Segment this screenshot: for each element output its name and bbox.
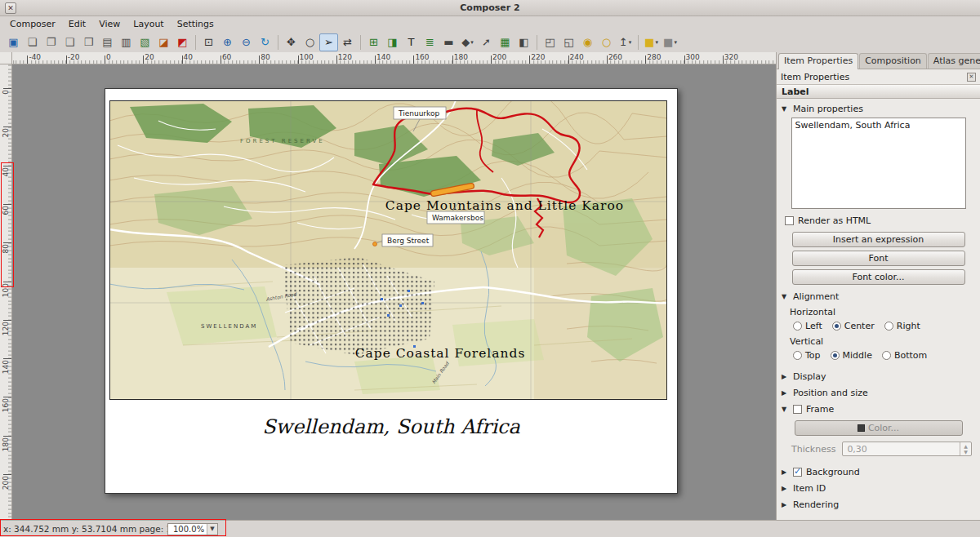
- menu-composer[interactable]: Composer: [3, 17, 62, 31]
- menu-edit[interactable]: Edit: [62, 17, 92, 31]
- add-image-button[interactable]: ◨: [383, 33, 402, 51]
- composer-canvas[interactable]: FOREST RESERVE SWELLENDAM Ashton Road Ma…: [12, 64, 776, 520]
- print-button[interactable]: ▥: [117, 33, 136, 51]
- zoom-full-button[interactable]: ⊡: [199, 33, 218, 51]
- ruler-number: 140: [376, 53, 390, 61]
- add-map-icon: ⊞: [369, 34, 378, 51]
- render-as-html-checkbox[interactable]: Render as HTML: [777, 212, 980, 229]
- add-shape-button[interactable]: ◆▾: [458, 33, 477, 51]
- section-rendering[interactable]: ▶ Rendering: [777, 496, 980, 513]
- zoom-tool-button[interactable]: ○: [301, 33, 319, 51]
- frame-color-button[interactable]: Color...: [795, 420, 963, 436]
- vertical-label: Vertical: [777, 334, 980, 348]
- ruler-corner: [0, 52, 12, 64]
- vertical-ruler: 020406080100120140160180200: [0, 64, 12, 520]
- zoom-level-combo[interactable]: 100.0% ▼: [167, 523, 218, 535]
- tab-composition[interactable]: Composition: [859, 53, 927, 69]
- refresh-view-button[interactable]: ↻: [256, 33, 274, 51]
- composer-manager-button[interactable]: ❑: [60, 33, 79, 51]
- map-item[interactable]: FOREST RESERVE SWELLENDAM Ashton Road Ma…: [109, 100, 667, 400]
- composition-page[interactable]: FOREST RESERVE SWELLENDAM Ashton Road Ma…: [105, 88, 678, 494]
- section-frame[interactable]: ▼ Frame: [777, 401, 980, 417]
- add-shape-icon: ◆: [461, 34, 470, 51]
- lock-items-button[interactable]: ◉: [578, 33, 597, 51]
- ruler-number: 80: [2, 244, 10, 253]
- radio-align-bottom[interactable]: Bottom: [882, 350, 927, 361]
- section-display[interactable]: ▶ Display: [777, 368, 980, 384]
- frame-checkbox-icon[interactable]: [793, 405, 802, 414]
- vertical-alignment-group: Top Middle Bottom: [777, 348, 980, 363]
- radio-align-right[interactable]: Right: [884, 321, 920, 331]
- label-text-input[interactable]: Swellendam, South Africa: [791, 118, 966, 209]
- save-as-template-button[interactable]: ▤: [98, 33, 117, 51]
- panel-close-icon[interactable]: ✕: [967, 73, 976, 82]
- radio-icon: [884, 322, 893, 331]
- group-items-button[interactable]: ◰: [541, 33, 559, 51]
- save-project-button[interactable]: ▣: [4, 33, 23, 51]
- chevron-down-icon[interactable]: ▼: [207, 524, 217, 535]
- zoom-in-button[interactable]: ⊕: [218, 33, 237, 51]
- menu-settings[interactable]: Settings: [171, 17, 220, 31]
- raise-items-button[interactable]: ↥▾: [616, 33, 635, 51]
- stroke-color-button[interactable]: ■▾: [661, 33, 679, 51]
- add-label-button[interactable]: T: [402, 33, 421, 51]
- add-legend-button[interactable]: ≣: [421, 33, 439, 51]
- window-close-icon[interactable]: ✕: [5, 2, 16, 14]
- spinner-arrows-icon[interactable]: ▲▼: [960, 442, 971, 455]
- select-move-item-button[interactable]: ➢: [319, 33, 338, 51]
- section-main-properties[interactable]: ▼ Main properties: [777, 100, 980, 117]
- tab-item-properties[interactable]: Item Properties: [778, 53, 858, 69]
- add-scalebar-button[interactable]: ▬: [439, 33, 458, 51]
- load-from-template-button[interactable]: ❒: [79, 33, 98, 51]
- section-background[interactable]: ▶ Background: [777, 464, 980, 480]
- section-item-id[interactable]: ▶ Item ID: [777, 480, 980, 496]
- radio-checked-icon: [831, 351, 840, 360]
- duplicate-composer-button[interactable]: ❐: [42, 33, 60, 51]
- font-button[interactable]: Font: [792, 251, 965, 266]
- new-composer-button[interactable]: ❏: [23, 33, 42, 51]
- move-item-content-button[interactable]: ⇄: [338, 33, 357, 51]
- add-scalebar-icon: ▬: [443, 34, 453, 51]
- radio-align-middle[interactable]: Middle: [831, 350, 872, 361]
- font-color-button[interactable]: Font color...: [792, 269, 965, 285]
- ruler-number: 180: [2, 437, 10, 451]
- radio-align-left[interactable]: Left: [793, 321, 822, 331]
- export-pdf-button[interactable]: ◩: [173, 33, 192, 51]
- ruler-number: 200: [2, 476, 10, 490]
- section-position-and-size[interactable]: ▶ Position and size: [777, 384, 980, 401]
- panel-title: Item Properties: [781, 72, 849, 82]
- tab-atlas-generation[interactable]: Atlas generation: [928, 53, 980, 69]
- toolbar-separator: [278, 35, 278, 50]
- window-titlebar: ✕ Composer 2: [0, 0, 980, 16]
- zoom-out-button[interactable]: ⊖: [237, 33, 256, 51]
- statusbar: x: 344.752 mm y: 53.7104 mm page: 1 100.…: [0, 520, 980, 537]
- add-map-button[interactable]: ⊞: [364, 33, 383, 51]
- ruler-number: 20: [145, 53, 154, 61]
- menu-view[interactable]: View: [92, 17, 127, 31]
- pan-tool-button[interactable]: ✥: [282, 33, 301, 51]
- add-attribute-table-button[interactable]: ▦: [496, 33, 514, 51]
- radio-align-center[interactable]: Center: [832, 321, 875, 331]
- item-properties-panel: Item Properties Composition Atlas genera…: [776, 52, 980, 520]
- collapse-closed-icon: ▶: [782, 485, 789, 492]
- section-label: Alignment: [793, 291, 839, 302]
- add-html-frame-button[interactable]: ◧: [514, 33, 533, 51]
- add-legend-icon: ≣: [425, 34, 434, 51]
- insert-expression-button[interactable]: Insert an expression: [792, 232, 965, 247]
- export-image-button[interactable]: ▧: [136, 33, 154, 51]
- export-svg-button[interactable]: ◪: [154, 33, 173, 51]
- unlock-all-button[interactable]: ○: [597, 33, 616, 51]
- thickness-spinbox[interactable]: 0,30 ▲▼: [842, 442, 972, 456]
- window-title: Composer 2: [460, 2, 519, 13]
- fill-color-button[interactable]: ■▾: [642, 33, 661, 51]
- ruler-number: -20: [68, 53, 80, 61]
- ungroup-items-icon: ◱: [564, 34, 573, 51]
- menu-layout[interactable]: Layout: [127, 17, 170, 31]
- add-arrow-button[interactable]: ➚: [477, 33, 496, 51]
- ungroup-items-button[interactable]: ◱: [559, 33, 578, 51]
- section-label: Background: [806, 467, 860, 477]
- radio-align-top[interactable]: Top: [793, 350, 821, 361]
- background-checkbox-icon[interactable]: [793, 468, 802, 477]
- page-title-label[interactable]: Swellendam, South Africa: [105, 415, 677, 438]
- section-alignment[interactable]: ▼ Alignment: [777, 288, 980, 304]
